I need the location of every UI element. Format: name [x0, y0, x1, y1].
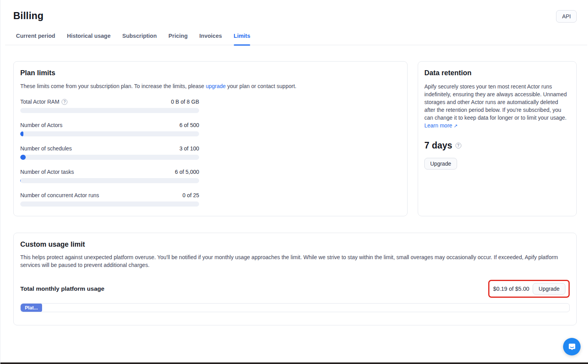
progress-fill — [20, 178, 21, 183]
retention-period-value: 7 days ? — [424, 140, 570, 151]
usage-annotation-red-box: $0.19 of $5.00 Upgrade — [488, 280, 570, 298]
limit-value: 0 B of 8 GB — [171, 99, 199, 105]
page-header: Billing API — [13, 10, 577, 21]
data-retention-text: Apify securely stores your ten most rece… — [424, 83, 567, 121]
progress-bar — [20, 155, 199, 160]
custom-usage-title: Custom usage limit — [20, 240, 570, 249]
limit-label: Number of Actors — [20, 122, 62, 128]
upgrade-link[interactable]: upgrade — [206, 83, 226, 89]
tab-historical-usage[interactable]: Historical usage — [67, 30, 111, 45]
tab-invoices[interactable]: Invoices — [200, 30, 222, 45]
limit-value: 3 of 100 — [179, 145, 199, 152]
custom-usage-limit-card: Custom usage limit This helps protect ag… — [13, 233, 577, 325]
progress-bar — [20, 108, 199, 113]
chat-bubble-icon — [568, 343, 576, 351]
plan-limits-description: These limits come from your subscription… — [20, 82, 401, 90]
chat-launcher-button[interactable] — [563, 338, 581, 355]
plan-limits-list: Total Actor RAM ? 0 B of 8 GB Number of … — [20, 99, 199, 207]
data-retention-card: Data retention Apify securely stores you… — [418, 61, 577, 216]
learn-more-link[interactable]: Learn more ↗ — [424, 122, 458, 129]
progress-bar — [20, 178, 199, 183]
limit-label: Number of concurrent Actor runs — [20, 192, 99, 198]
tab-limits[interactable]: Limits — [234, 30, 251, 45]
learn-more-label: Learn more — [424, 122, 452, 129]
limit-row-actor-ram: Total Actor RAM ? 0 B of 8 GB — [20, 99, 199, 113]
usage-value: $0.19 of $5.00 — [493, 286, 530, 292]
progress-fill — [20, 131, 23, 136]
usage-bar: Plat... — [20, 303, 570, 312]
usage-row: Total monthly platform usage $0.19 of $5… — [20, 280, 570, 298]
help-icon[interactable]: ? — [456, 143, 461, 148]
limit-value: 6 of 5,000 — [175, 169, 199, 175]
progress-fill — [20, 155, 26, 160]
plan-limits-card: Plan limits These limits come from your … — [13, 61, 408, 216]
usage-segment-platform: Plat... — [21, 304, 42, 312]
external-link-icon: ↗ — [454, 123, 457, 129]
api-button[interactable]: API — [556, 10, 577, 23]
usage-upgrade-button[interactable]: Upgrade — [533, 283, 565, 295]
limit-value: 0 of 25 — [182, 192, 199, 198]
progress-bar — [20, 201, 199, 207]
help-icon[interactable]: ? — [62, 99, 67, 105]
billing-tabbar: Current period Historical usage Subscrip… — [5, 30, 587, 45]
data-retention-description: Apify securely stores your ten most rece… — [424, 83, 570, 130]
usage-label: Total monthly platform usage — [20, 285, 104, 292]
limit-label: Number of schedules — [20, 145, 72, 152]
retention-days: 7 days — [424, 140, 452, 151]
limit-value: 6 of 500 — [179, 122, 199, 128]
progress-bar — [20, 131, 199, 136]
page-title: Billing — [13, 10, 577, 21]
bottom-taskbar-edge — [0, 362, 588, 364]
plan-limits-desc-before: These limits come from your subscription… — [20, 83, 206, 89]
plan-limits-desc-after: your plan or contact support. — [226, 83, 296, 89]
limit-row-actors: Number of Actors 6 of 500 — [20, 122, 199, 136]
limit-label: Total Actor RAM — [20, 99, 59, 105]
limit-row-schedules: Number of schedules 3 of 100 — [20, 145, 199, 160]
limit-row-actor-tasks: Number of Actor tasks 6 of 5,000 — [20, 169, 199, 183]
custom-usage-description: This helps protect against unexpected pl… — [20, 253, 566, 269]
data-retention-title: Data retention — [424, 69, 570, 77]
retention-upgrade-button[interactable]: Upgrade — [424, 158, 457, 170]
plan-limits-title: Plan limits — [20, 69, 401, 77]
tab-pricing[interactable]: Pricing — [168, 30, 187, 45]
tab-current-period[interactable]: Current period — [16, 30, 55, 45]
limit-row-concurrent-runs: Number of concurrent Actor runs 0 of 25 — [20, 192, 199, 207]
limit-label: Number of Actor tasks — [20, 169, 74, 175]
tab-subscription[interactable]: Subscription — [122, 30, 157, 45]
